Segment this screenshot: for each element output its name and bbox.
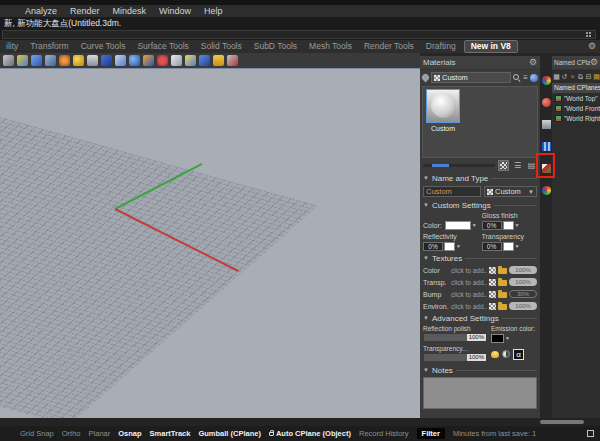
cplane-tool-icon[interactable]: ▦ [553,73,560,80]
chevron-down-icon[interactable]: ▼ [515,244,520,249]
toolbar-icon[interactable] [73,55,84,66]
statusbar-pane[interactable]: Filter [417,428,445,439]
reflection-polish-slider[interactable]: 100% [423,333,487,342]
statusbar-pane[interactable]: SmartTrack [150,429,191,438]
command-assist-icon[interactable] [586,32,588,34]
reflectivity-swatch[interactable] [444,242,455,251]
toolbar-tab[interactable]: Transform [24,41,74,52]
chevron-down-icon[interactable]: ▼ [505,336,510,341]
toolbar-icon[interactable] [129,55,140,66]
click-to-add-link[interactable]: click to add... [451,291,487,298]
notes-textarea[interactable] [423,377,537,409]
toolbar-icon[interactable] [115,55,126,66]
material-sphere-icon[interactable] [542,98,551,107]
cplane-list-item[interactable]: "World Front" [552,103,600,113]
toolbar-tab[interactable]: ility [0,41,24,52]
click-to-add-link[interactable]: click to add... [451,303,487,310]
lightbulb-icon[interactable] [491,351,499,358]
diffuse-color-swatch[interactable] [445,221,471,230]
texture-checker-icon[interactable] [489,279,496,286]
menu-item[interactable]: Analyze [25,5,57,17]
toolbar-icon[interactable] [17,55,28,66]
materials-gear-icon[interactable]: ⚙ [529,57,537,68]
list-menu-icon[interactable]: ≡ [523,74,528,82]
scrollbar-thumb[interactable] [540,420,584,424]
toolbar-tab[interactable]: New in V8 [464,40,518,53]
material-drop-icon[interactable] [421,73,431,83]
material-thumbnail[interactable] [426,89,460,123]
toolbar-tab[interactable]: Drafting [420,41,462,52]
click-to-add-link[interactable]: click to add... [451,279,487,286]
statusbar-square-icon[interactable] [587,430,594,437]
toolbar-icon[interactable] [87,55,98,66]
chevron-down-icon[interactable]: ▼ [456,244,461,249]
click-to-add-link[interactable]: click to add... [451,267,487,274]
reflectivity-spinner[interactable]: 0% [423,242,443,251]
toolbar-icon[interactable] [157,55,168,66]
chevron-down-icon[interactable]: ▼ [472,223,477,228]
ground-plane-icon[interactable] [542,142,551,151]
statusbar-pane[interactable]: Minutes from last save: 1 [453,429,536,438]
statusbar-pane[interactable]: Ortho [62,429,81,438]
toolbar-icon[interactable] [143,55,154,66]
command-input[interactable] [2,30,596,39]
cplane-tool-icon[interactable]: ⊟ [585,73,592,80]
toolbar-icon[interactable] [199,55,210,66]
menu-item[interactable]: Render [70,5,100,17]
texture-amount-button[interactable]: 100% [509,266,537,274]
statusbar-pane[interactable]: Osnap [118,429,141,438]
chevron-down-icon[interactable]: ▼ [515,223,520,228]
browse-folder-icon[interactable] [498,268,507,274]
texture-amount-button[interactable]: 100% [509,278,537,286]
cplane-tool-icon[interactable]: × [569,73,576,80]
thumbnail-size-slider[interactable] [423,164,495,167]
cplane-tool-icon[interactable]: ↺ [561,73,568,80]
materials-search-input[interactable]: Custom [431,72,511,83]
toolbar-tab[interactable]: Mesh Tools [303,41,358,52]
cplane-tool-icon[interactable]: ▤ [593,73,600,80]
named-cplanes-gear-icon[interactable]: ⚙ [590,57,598,68]
emission-color-swatch[interactable] [491,334,504,343]
browse-folder-icon[interactable] [498,292,507,298]
section-textures[interactable]: ▼ Textures [420,252,540,264]
grid-view-button[interactable] [498,160,509,171]
contrast-icon[interactable] [502,350,510,358]
statusbar-pane[interactable]: Gumball (CPlane) [198,429,261,438]
texture-amount-button[interactable]: 30% [509,290,537,298]
statusbar-pane[interactable]: Record History [359,429,409,438]
toolbar-tab[interactable]: Curve Tools [75,41,132,52]
section-custom-settings[interactable]: ▼ Custom Settings [420,199,540,211]
toolbar-icon[interactable] [3,55,14,66]
transparency-spinner[interactable]: 0% [482,242,502,251]
statusbar-pane[interactable]: Planar [89,429,111,438]
toolbar-icon[interactable] [227,55,238,66]
toolbar-tab[interactable]: Surface Tools [131,41,194,52]
toolbar-icon[interactable] [101,55,112,66]
sphere-preview-icon[interactable] [530,74,538,82]
list-view-button[interactable]: ☰ [512,160,523,171]
gloss-swatch[interactable] [503,221,514,230]
toolbar-icon[interactable] [31,55,42,66]
texture-amount-button[interactable]: 100% [509,302,537,310]
display-monitor-icon[interactable] [542,120,551,129]
toolbar-icon[interactable] [185,55,196,66]
cplane-tool-icon[interactable]: ⧉ [577,73,584,80]
menu-item[interactable]: Mindesk [113,5,147,17]
texture-checker-icon[interactable] [489,291,496,298]
material-name-input[interactable]: Custom [423,186,481,197]
browse-folder-icon[interactable] [498,280,507,286]
toolbar-icon[interactable] [213,55,224,66]
alpha-channel-button[interactable]: α [513,349,524,360]
tab-options-gear-icon[interactable]: ⚙ [588,41,596,52]
toolbar-icon[interactable] [59,55,70,66]
gloss-finish-spinner[interactable]: 0% [482,221,502,230]
section-name-and-type[interactable]: ▼ Name and Type [420,172,540,184]
statusbar-pane[interactable]: Grid Snap [20,429,54,438]
perspective-viewport[interactable] [0,68,420,418]
menu-item[interactable]: Window [159,5,191,17]
color-wheel-small-icon[interactable] [542,186,551,195]
toolbar-tab[interactable]: Render Tools [358,41,420,52]
transparency-advanced-slider[interactable]: 100% [423,353,487,362]
cplane-list-item[interactable]: "World Top" [552,93,600,103]
menu-item[interactable]: Help [204,5,223,17]
